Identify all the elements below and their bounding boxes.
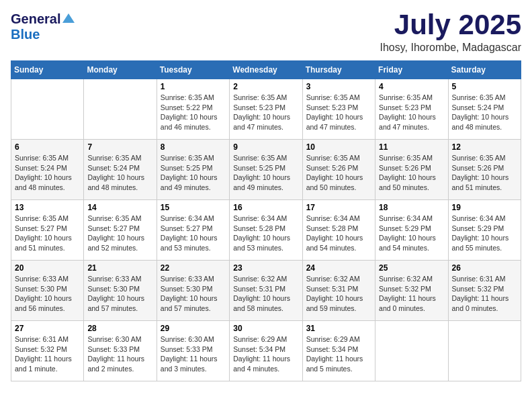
day-info: Sunrise: 6:34 AMSunset: 5:27 PMDaylight:… (161, 214, 226, 253)
calendar-cell (375, 321, 448, 381)
calendar-cell: 25Sunrise: 6:32 AMSunset: 5:32 PMDayligh… (375, 261, 448, 321)
day-info: Sunrise: 6:35 AMSunset: 5:25 PMDaylight:… (161, 153, 226, 193)
day-number: 7 (87, 142, 152, 152)
day-number: 13 (15, 203, 80, 212)
svg-marker-0 (62, 13, 75, 23)
day-info: Sunrise: 6:34 AMSunset: 5:28 PMDaylight:… (306, 214, 371, 253)
calendar-cell: 8Sunrise: 6:35 AMSunset: 5:25 PMDaylight… (157, 140, 229, 200)
calendar-header-row: SundayMondayTuesdayWednesdayThursdayFrid… (11, 61, 521, 79)
day-info: Sunrise: 6:33 AMSunset: 5:30 PMDaylight:… (87, 274, 152, 314)
day-number: 23 (233, 263, 298, 273)
day-info: Sunrise: 6:34 AMSunset: 5:29 PMDaylight:… (379, 214, 444, 253)
day-number: 20 (15, 263, 80, 273)
calendar-cell: 29Sunrise: 6:30 AMSunset: 5:33 PMDayligh… (157, 321, 229, 381)
calendar-cell: 4Sunrise: 6:35 AMSunset: 5:23 PMDaylight… (375, 79, 448, 140)
day-number: 6 (15, 142, 80, 152)
day-number: 3 (306, 82, 371, 91)
logo: General Blue (11, 11, 75, 42)
logo-icon (62, 12, 75, 24)
calendar-table: SundayMondayTuesdayWednesdayThursdayFrid… (11, 60, 521, 381)
day-info: Sunrise: 6:35 AMSunset: 5:26 PMDaylight:… (452, 153, 517, 193)
calendar-week-2: 6Sunrise: 6:35 AMSunset: 5:24 PMDaylight… (11, 140, 521, 200)
weekday-header-sunday: Sunday (11, 61, 84, 79)
day-info: Sunrise: 6:35 AMSunset: 5:23 PMDaylight:… (306, 93, 371, 132)
weekday-header-thursday: Thursday (302, 61, 375, 79)
day-number: 1 (161, 82, 226, 91)
calendar-location: Ihosy, Ihorombe, Madagascar (380, 42, 521, 54)
day-info: Sunrise: 6:35 AMSunset: 5:23 PMDaylight:… (379, 93, 444, 132)
day-number: 30 (233, 324, 298, 333)
day-info: Sunrise: 6:35 AMSunset: 5:25 PMDaylight:… (233, 153, 298, 193)
calendar-cell: 22Sunrise: 6:33 AMSunset: 5:30 PMDayligh… (157, 261, 229, 321)
day-info: Sunrise: 6:29 AMSunset: 5:34 PMDaylight:… (306, 334, 371, 374)
day-number: 24 (306, 263, 371, 273)
calendar-cell: 26Sunrise: 6:31 AMSunset: 5:32 PMDayligh… (448, 261, 521, 321)
title-area: July 2025 Ihosy, Ihorombe, Madagascar (380, 11, 521, 54)
weekday-header-wednesday: Wednesday (230, 61, 302, 79)
calendar-cell: 23Sunrise: 6:32 AMSunset: 5:31 PMDayligh… (230, 261, 302, 321)
day-number: 10 (306, 142, 371, 152)
day-number: 2 (233, 82, 298, 91)
day-info: Sunrise: 6:35 AMSunset: 5:26 PMDaylight:… (306, 153, 371, 193)
calendar-cell: 5Sunrise: 6:35 AMSunset: 5:24 PMDaylight… (448, 79, 521, 140)
calendar-cell: 3Sunrise: 6:35 AMSunset: 5:23 PMDaylight… (302, 79, 375, 140)
day-number: 21 (87, 263, 152, 273)
calendar-week-4: 20Sunrise: 6:33 AMSunset: 5:30 PMDayligh… (11, 261, 521, 321)
calendar-cell: 24Sunrise: 6:32 AMSunset: 5:31 PMDayligh… (302, 261, 375, 321)
day-number: 25 (379, 263, 444, 273)
day-info: Sunrise: 6:32 AMSunset: 5:31 PMDaylight:… (233, 274, 298, 314)
day-info: Sunrise: 6:31 AMSunset: 5:32 PMDaylight:… (15, 334, 80, 374)
calendar-cell: 11Sunrise: 6:35 AMSunset: 5:26 PMDayligh… (375, 140, 448, 200)
calendar-cell: 12Sunrise: 6:35 AMSunset: 5:26 PMDayligh… (448, 140, 521, 200)
calendar-cell: 17Sunrise: 6:34 AMSunset: 5:28 PMDayligh… (302, 200, 375, 261)
calendar-week-3: 13Sunrise: 6:35 AMSunset: 5:27 PMDayligh… (11, 200, 521, 261)
calendar-cell: 2Sunrise: 6:35 AMSunset: 5:23 PMDaylight… (230, 79, 302, 140)
day-number: 29 (161, 324, 226, 333)
weekday-header-saturday: Saturday (448, 61, 521, 79)
calendar-cell: 6Sunrise: 6:35 AMSunset: 5:24 PMDaylight… (11, 140, 84, 200)
logo-blue: Blue (11, 27, 40, 42)
day-number: 18 (379, 203, 444, 212)
day-number: 11 (379, 142, 444, 152)
day-info: Sunrise: 6:32 AMSunset: 5:32 PMDaylight:… (379, 274, 444, 314)
day-number: 15 (161, 203, 226, 212)
weekday-header-monday: Monday (84, 61, 157, 79)
calendar-cell (448, 321, 521, 381)
calendar-cell (84, 79, 157, 140)
weekday-header-tuesday: Tuesday (157, 61, 229, 79)
day-info: Sunrise: 6:35 AMSunset: 5:24 PMDaylight:… (452, 93, 517, 132)
calendar-cell: 19Sunrise: 6:34 AMSunset: 5:29 PMDayligh… (448, 200, 521, 261)
day-info: Sunrise: 6:30 AMSunset: 5:33 PMDaylight:… (87, 334, 152, 374)
calendar-cell: 7Sunrise: 6:35 AMSunset: 5:24 PMDaylight… (84, 140, 157, 200)
day-info: Sunrise: 6:32 AMSunset: 5:31 PMDaylight:… (306, 274, 371, 314)
day-info: Sunrise: 6:34 AMSunset: 5:29 PMDaylight:… (452, 214, 517, 253)
calendar-cell: 16Sunrise: 6:34 AMSunset: 5:28 PMDayligh… (230, 200, 302, 261)
calendar-cell: 1Sunrise: 6:35 AMSunset: 5:22 PMDaylight… (157, 79, 229, 140)
day-number: 5 (452, 82, 517, 91)
calendar-cell: 28Sunrise: 6:30 AMSunset: 5:33 PMDayligh… (84, 321, 157, 381)
day-info: Sunrise: 6:35 AMSunset: 5:23 PMDaylight:… (233, 93, 298, 132)
day-number: 22 (161, 263, 226, 273)
day-number: 31 (306, 324, 371, 333)
calendar-cell: 18Sunrise: 6:34 AMSunset: 5:29 PMDayligh… (375, 200, 448, 261)
day-info: Sunrise: 6:35 AMSunset: 5:22 PMDaylight:… (161, 93, 226, 132)
calendar-cell (11, 79, 84, 140)
day-number: 17 (306, 203, 371, 212)
calendar-cell: 21Sunrise: 6:33 AMSunset: 5:30 PMDayligh… (84, 261, 157, 321)
day-info: Sunrise: 6:31 AMSunset: 5:32 PMDaylight:… (452, 274, 517, 314)
calendar-title: July 2025 (380, 11, 521, 39)
day-number: 9 (233, 142, 298, 152)
day-info: Sunrise: 6:35 AMSunset: 5:27 PMDaylight:… (87, 214, 152, 253)
weekday-header-friday: Friday (375, 61, 448, 79)
day-info: Sunrise: 6:33 AMSunset: 5:30 PMDaylight:… (161, 274, 226, 314)
day-number: 16 (233, 203, 298, 212)
day-info: Sunrise: 6:35 AMSunset: 5:24 PMDaylight:… (87, 153, 152, 193)
day-number: 28 (87, 324, 152, 333)
day-number: 19 (452, 203, 517, 212)
calendar-cell: 14Sunrise: 6:35 AMSunset: 5:27 PMDayligh… (84, 200, 157, 261)
day-number: 8 (161, 142, 226, 152)
calendar-cell: 20Sunrise: 6:33 AMSunset: 5:30 PMDayligh… (11, 261, 84, 321)
page-header: General Blue July 2025 Ihosy, Ihorombe, … (11, 11, 521, 54)
day-number: 4 (379, 82, 444, 91)
day-number: 14 (87, 203, 152, 212)
